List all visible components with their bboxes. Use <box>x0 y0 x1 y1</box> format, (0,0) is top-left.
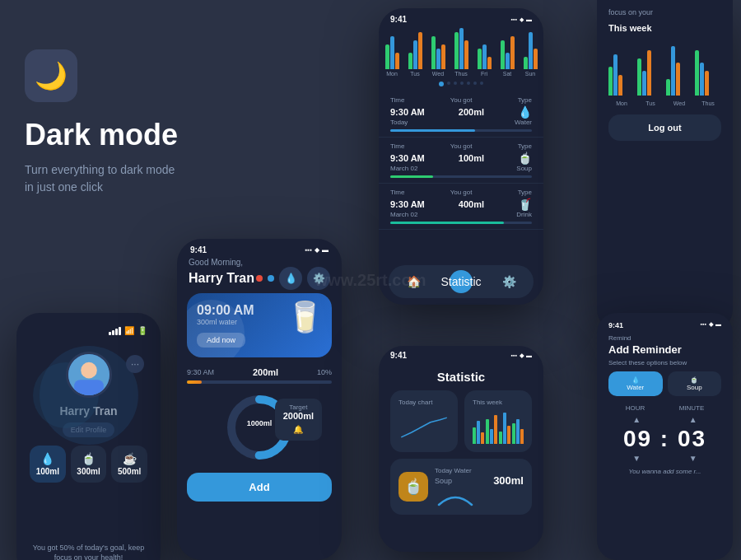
greeting-text: Good Morning, <box>189 258 330 267</box>
home-nav-button[interactable]: 🏠 <box>402 270 425 293</box>
day-tus: Tus <box>637 100 664 106</box>
logout-button[interactable]: Log out <box>608 114 721 141</box>
progress-time: 9:30 AM <box>187 368 214 376</box>
log-type-text-2: Soup <box>516 165 532 172</box>
statistic2-title: Statistic <box>390 370 532 384</box>
svg-point-1 <box>81 362 97 379</box>
battery-icon2: ▬ <box>322 246 329 254</box>
minute-label: MINUTE <box>679 404 705 412</box>
glass-icon: 🥛 <box>287 300 324 334</box>
stat2-status-bar: 9:41 ▪▪▪ ◆ ▬ <box>379 346 543 362</box>
stat2-status-icons: ▪▪▪ ◆ ▬ <box>511 352 532 359</box>
progress-amount: 200ml <box>253 367 278 377</box>
status-icons: ▪▪▪ ◆ ▬ <box>305 246 329 254</box>
signal-icon: ▪▪▪ <box>305 246 312 254</box>
log-amount-label3: You got <box>450 189 473 196</box>
week-chart <box>608 38 721 96</box>
log-time-label: Time <box>390 96 404 104</box>
log-type-icon-2: 🍵 <box>518 152 532 165</box>
stat2-grid: Today chart This week <box>390 390 532 452</box>
time-display: 09 : 03 <box>608 426 721 452</box>
battery-icon: 🔋 <box>137 326 147 335</box>
user-name: Harry Tran <box>189 271 254 286</box>
avatar <box>66 352 112 398</box>
target-value: 2000ml <box>283 411 314 421</box>
hour-up-arrow[interactable]: ▲ <box>632 415 641 424</box>
log-type-icon-3: 🥤 <box>518 198 532 211</box>
type-selection: 💧 Water 🍵 Soup <box>608 371 721 396</box>
water-type-button[interactable]: 💧 Water <box>608 371 663 396</box>
settings-nav-button[interactable]: ⚙️ <box>497 270 520 293</box>
stat-drink: ☕ 500ml <box>111 446 147 483</box>
water-type-icon: 💧 <box>613 376 658 384</box>
log-header-3: Time You got Type <box>390 189 532 196</box>
log-sub-2: March 02 <box>390 165 417 172</box>
settings-button[interactable]: ⚙️ <box>307 267 330 290</box>
water-type-label: Water <box>613 384 658 391</box>
more-options-button[interactable]: ··· <box>126 355 144 373</box>
wifi-icon3: ◆ <box>520 16 524 23</box>
log-entry-2: Time You got Type 9:30 AM 100ml 🍵 March … <box>379 138 543 184</box>
stat2-time: 9:41 <box>390 351 407 360</box>
day-wed: Wed <box>666 100 692 106</box>
weekly-bar-chart: Mon Tus Wed Thus Fri Sat Sun <box>379 27 543 77</box>
today-water-value: 300ml <box>493 474 524 487</box>
stats-status-time: 9:41 <box>390 15 407 24</box>
log-type-text-1: Water <box>515 119 532 126</box>
notification-dot-red <box>256 275 263 282</box>
svg-text:1000ml: 1000ml <box>247 419 273 427</box>
reminder-time: 9:41 <box>608 321 623 329</box>
wifi-icon4: ◆ <box>520 352 524 359</box>
today-chart-card: Today chart <box>390 390 458 452</box>
add-now-button[interactable]: Add now <box>197 333 245 348</box>
log-header-2: Time You got Type <box>390 142 532 150</box>
goal-text: You got 50% of today's goal, keep focus … <box>26 543 151 560</box>
reminder-phone: 9:41 ▪▪▪ ◆ ▬ Remind Add Reminder Select … <box>597 313 733 560</box>
log-time-label3: Time <box>390 189 404 196</box>
page-description: Turn everything to dark mode in just one… <box>25 161 255 196</box>
dot-inactive4 <box>467 82 470 85</box>
today-water-label: Today Water <box>435 467 524 474</box>
log-header-1: Time You got Type <box>390 96 532 104</box>
drink-icon: ☕ <box>114 452 144 465</box>
log-time-1: 9:30 AM <box>390 107 425 117</box>
log-entry-1: Time You got Type 9:30 AM 200ml 💧 Today … <box>379 91 543 138</box>
app-icon: 🌙 <box>25 49 77 102</box>
soup-type-button[interactable]: 🍵 Soup <box>668 371 722 396</box>
this-week-label: This week <box>473 399 524 406</box>
log-time-label2: Time <box>390 142 404 150</box>
stat-water-value: 100ml <box>33 467 63 476</box>
dot-inactive3 <box>460 82 464 85</box>
page-title: Dark mode <box>25 119 255 152</box>
hour-label: HOUR <box>626 404 645 412</box>
log-type-label3: Type <box>518 189 532 196</box>
water-arc-chart <box>435 490 476 506</box>
minute-up-arrow[interactable]: ▲ <box>689 415 697 424</box>
statistic-nav-button[interactable]: Statistic <box>450 270 473 293</box>
profile-phone: 📶 🔋 ··· Harry Tran Edit Profile 💧 100ml <box>16 313 161 560</box>
remind-label: Remind <box>608 334 721 342</box>
progress-track <box>187 380 332 384</box>
add-button[interactable]: Add <box>187 473 332 502</box>
soup-type-icon: 🍵 <box>673 376 717 384</box>
svg-rect-2 <box>74 380 104 395</box>
progress-row: 9:30 AM 200ml 10% <box>187 367 332 377</box>
water-icon: 💧 <box>33 452 63 465</box>
today-water-card: 🍵 Today Water Soup 300ml <box>390 459 532 515</box>
status-time: 9:41 <box>190 245 207 254</box>
water-shortcut-button[interactable]: 💧 <box>279 267 302 290</box>
status-bar: 📶 🔋 <box>30 326 147 335</box>
minute-down-arrow[interactable]: ▼ <box>689 454 697 463</box>
battery-icon5: ▬ <box>715 321 721 329</box>
hour-min-header: HOUR MINUTE <box>608 404 721 412</box>
dot-inactive5 <box>473 82 477 85</box>
today-line-chart <box>398 411 450 444</box>
day-thus: Thus <box>695 100 721 106</box>
hour-down-arrow[interactable]: ▼ <box>632 454 641 463</box>
battery-icon3: ▬ <box>526 16 532 22</box>
log-type-label2: Type <box>518 142 532 150</box>
progress-percent: 10% <box>317 368 332 376</box>
battery-icon4: ▬ <box>526 352 532 359</box>
reminder-status-bar: 9:41 ▪▪▪ ◆ ▬ <box>608 321 721 329</box>
today-water-type: Soup <box>435 477 452 485</box>
